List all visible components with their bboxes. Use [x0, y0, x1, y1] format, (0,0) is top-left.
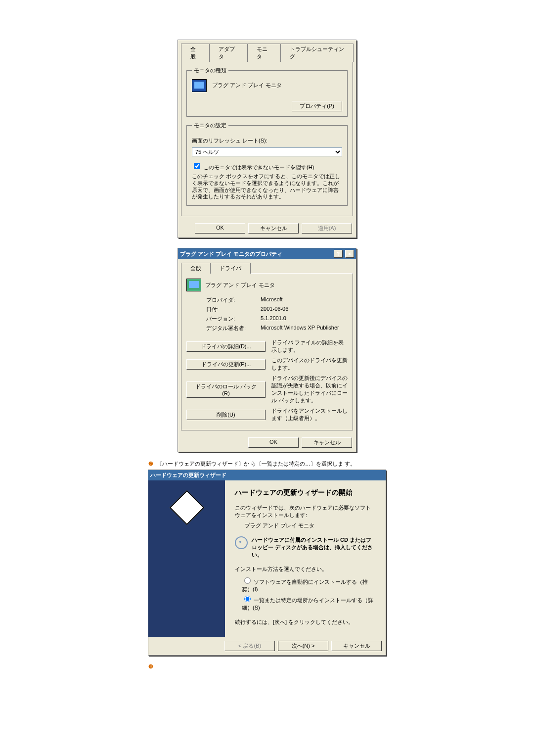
driver-rollback-button[interactable]: ドライバのロール バック(R)	[186, 381, 266, 398]
help-icon[interactable]: ?	[334, 250, 343, 258]
back-button[interactable]: < 戻る(B)	[224, 641, 275, 651]
tab-general[interactable]: 全般	[181, 263, 211, 274]
properties-button[interactable]: プロパティ(P)	[292, 101, 342, 111]
window-title: ハードウェアの更新ウィザード	[150, 472, 226, 479]
date-key: 日付:	[206, 306, 261, 313]
tab-troubleshoot[interactable]: トラブルシューティング	[280, 44, 354, 62]
step-7-text: 〔ハードウェアの更新ウィザード〕か ら〔一覧または特定の…〕を選択しま す。	[157, 461, 356, 467]
ok-button[interactable]: OK	[195, 223, 245, 234]
version-value: 5.1.2001.0	[261, 315, 348, 323]
monitor-name: プラグ アンド プレイ モニタ	[212, 82, 282, 88]
step-8-caption: ❽	[148, 663, 386, 670]
hide-modes-checkbox-label: このモニタでは表示できないモードを隠す(H)	[203, 164, 314, 170]
hardware-update-wizard: ハードウェアの更新ウィザード ハードウェアの更新ウィザードの開始 このウィザード…	[148, 470, 386, 656]
hide-modes-checkbox-input[interactable]	[194, 163, 200, 169]
cancel-button[interactable]: キャンセル	[331, 641, 382, 651]
step-7-caption: ❼ 〔ハードウェアの更新ウィザード〕か ら〔一覧または特定の…〕を選択しま す。	[148, 460, 386, 468]
monitor-icon	[192, 79, 207, 92]
wizard-heading: ハードウェアの更新ウィザードの開始	[235, 488, 376, 497]
opt-auto[interactable]: ソフトウェアを自動的にインストールする（推奨）(I)	[242, 576, 376, 593]
display-properties-dialog: 全般 アダプタ モニタ トラブルシューティング モニタの種類 プラグ アンド プ…	[178, 40, 356, 238]
refresh-rate-label: 画面のリフレッシュ レート(S):	[192, 137, 342, 144]
driver-details-desc: ドライバ ファイルの詳細を表示します。	[271, 339, 348, 354]
driver-rollback-desc: ドライバの更新後にデバイスの認識が失敗する場合、以前にインストールしたドライバに…	[271, 375, 348, 404]
apply-button[interactable]: 適用(A)	[302, 223, 352, 234]
signer-key: デジタル署名者:	[206, 325, 261, 332]
opt-list-label: 一覧または特定の場所からインストールする（詳細）(S)	[242, 597, 373, 611]
wizard-continue: 続行するには、[次へ] をクリックしてください。	[235, 618, 376, 626]
monitor-type-group: モニタの種類 プラグ アンド プレイ モニタ プロパティ(P)	[186, 67, 348, 117]
opt-list[interactable]: 一覧または特定の場所からインストールする（詳細）(S)	[242, 594, 376, 612]
provider-key: プロバイダ:	[206, 296, 261, 304]
date-value: 2001-06-06	[261, 306, 348, 313]
driver-details-button[interactable]: ドライバの詳細(D)...	[186, 341, 266, 352]
opt-list-radio[interactable]	[244, 596, 251, 602]
tabs: 全般 アダプタ モニタ トラブルシューティング	[178, 40, 356, 61]
hide-modes-hint: このチェック ボックスをオフにすると、このモニタでは正しく表示できないモードを選…	[192, 173, 342, 200]
opt-auto-radio[interactable]	[244, 577, 251, 584]
provider-value: Microsoft	[261, 296, 348, 304]
titlebar: プラグ アンド プレイ モニタのプロパティ ? ×	[178, 248, 356, 259]
monitor-type-legend: モニタの種類	[192, 67, 228, 74]
window-title: プラグ アンド プレイ モニタのプロパティ	[180, 250, 282, 258]
version-key: バージョン:	[206, 315, 261, 323]
wizard-cd-hint: ハードウェアに付属のインストール CD またはフロッピー ディスクがある場合は、…	[252, 536, 376, 559]
next-button[interactable]: 次へ(N) >	[278, 641, 328, 651]
tab-driver[interactable]: ドライバ	[210, 263, 251, 274]
refresh-rate-select[interactable]: 75 ヘルツ	[192, 147, 342, 156]
step-8-number: ❽	[148, 663, 153, 669]
driver-uninstall-button[interactable]: 削除(U)	[186, 410, 266, 420]
wizard-device: プラグ アンド プレイ モニタ	[245, 522, 376, 529]
cancel-button[interactable]: キャンセル	[302, 437, 352, 448]
cd-icon	[235, 536, 248, 549]
driver-update-desc: このデバイスのドライバを更新します。	[271, 357, 348, 372]
monitor-settings-legend: モニタの設定	[192, 122, 228, 129]
signer-value: Microsoft Windows XP Publisher	[261, 325, 348, 332]
driver-uninstall-desc: ドライバをアンインストールします（上級者用）。	[271, 407, 348, 422]
device-name: プラグ アンド プレイ モニタ	[205, 282, 275, 289]
ok-button[interactable]: OK	[248, 437, 299, 448]
tab-adapter[interactable]: アダプタ	[209, 44, 248, 62]
close-icon[interactable]: ×	[345, 250, 354, 258]
opt-auto-label: ソフトウェアを自動的にインストールする（推奨）(I)	[242, 579, 368, 592]
tab-monitor[interactable]: モニタ	[247, 44, 281, 62]
wizard-side-graphic	[148, 480, 225, 637]
cancel-button[interactable]: キャンセル	[248, 223, 299, 234]
driver-update-button[interactable]: ドライバの更新(P)...	[186, 359, 266, 370]
hide-modes-checkbox[interactable]: このモニタでは表示できないモードを隠す(H)	[192, 164, 314, 170]
monitor-settings-group: モニタの設定 画面のリフレッシュ レート(S): 75 ヘルツ このモニタでは表…	[186, 122, 348, 206]
wizard-choose: インストール方法を選んでください。	[235, 566, 376, 573]
step-7-number: ❼	[148, 461, 153, 467]
monitor-driver-dialog: プラグ アンド プレイ モニタのプロパティ ? × 全般 ドライバ プラグ アン…	[178, 248, 356, 452]
titlebar: ハードウェアの更新ウィザード	[148, 470, 386, 480]
wizard-intro: このウィザードでは、次のハードウェアに必要なソフトウェアをインストールします:	[235, 504, 376, 519]
tab-general[interactable]: 全般	[181, 44, 210, 62]
wizard-icon	[169, 490, 204, 525]
